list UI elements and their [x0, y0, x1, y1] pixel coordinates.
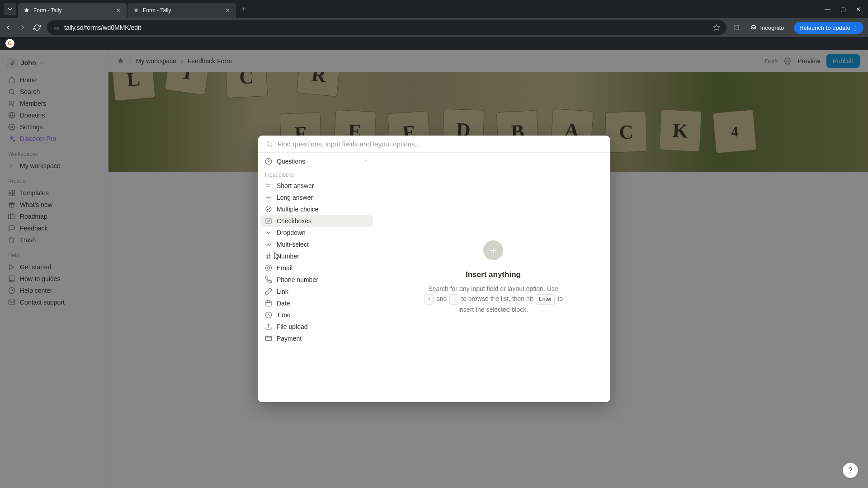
block-preview-pane: + Insert anything Search for any input f… — [376, 153, 610, 402]
credit-card-icon — [265, 335, 272, 342]
upload-icon — [265, 323, 272, 330]
key-down: ↓ — [449, 294, 458, 305]
preview-title: Insert anything — [466, 270, 521, 279]
svg-line-40 — [267, 253, 268, 259]
block-multiple-choice[interactable]: Multiple choice — [260, 203, 373, 215]
key-enter: Enter — [536, 294, 555, 305]
help-fab-button[interactable]: ? — [843, 463, 858, 478]
block-time[interactable]: Time — [260, 309, 373, 321]
svg-rect-49 — [265, 336, 271, 340]
address-bar[interactable]: tally.so/forms/wd0MMK/edit — [47, 20, 726, 35]
tab-title: Form - Tally — [33, 7, 112, 14]
phone-icon — [265, 276, 272, 283]
calendar-icon — [265, 300, 272, 307]
bookmarks-bar: G — [0, 37, 868, 50]
browser-tab-strip: Form - Tally ✕ Form - Tally ✕ + — ▢ ✕ — [0, 0, 868, 18]
tab-title: Form - Tally — [143, 7, 222, 14]
block-link[interactable]: Link — [260, 286, 373, 297]
block-search-input[interactable] — [278, 140, 602, 148]
plus-circle-icon: + — [483, 240, 503, 260]
svg-point-29 — [265, 158, 271, 164]
block-payment[interactable]: Payment — [260, 333, 373, 344]
site-settings-icon[interactable] — [53, 24, 60, 31]
block-long-answer[interactable]: Long answer — [260, 192, 373, 203]
svg-rect-43 — [266, 301, 271, 306]
svg-rect-37 — [266, 218, 271, 224]
close-icon[interactable]: ✕ — [116, 7, 121, 14]
block-phone[interactable]: Phone number — [260, 274, 373, 286]
hash-icon — [265, 253, 272, 260]
maximize-button[interactable]: ▢ — [840, 6, 846, 13]
preview-description: Search for any input field or layout opt… — [423, 284, 563, 315]
long-text-icon — [265, 194, 272, 201]
block-file-upload[interactable]: File upload — [260, 321, 373, 333]
block-multi-select[interactable]: Multi-select — [260, 239, 373, 250]
svg-line-41 — [269, 253, 269, 259]
svg-line-28 — [271, 145, 272, 146]
kebab-icon: ⋮ — [852, 24, 858, 31]
minimize-button[interactable]: — — [825, 6, 830, 13]
input-blocks-header: Input blocks — [260, 167, 373, 180]
svg-point-36 — [266, 206, 271, 212]
browser-tab[interactable]: Form - Tally ✕ — [18, 3, 127, 18]
incognito-indicator[interactable]: Incognito — [746, 22, 788, 33]
modal-search-row — [258, 136, 610, 152]
new-tab-button[interactable]: + — [237, 5, 251, 14]
svg-rect-0 — [54, 26, 59, 27]
block-date[interactable]: Date — [260, 297, 373, 309]
google-shortcut[interactable]: G — [5, 39, 14, 48]
key-up: ↑ — [425, 294, 434, 305]
chevron-down-icon — [265, 229, 272, 236]
link-icon — [265, 288, 272, 295]
checks-icon — [265, 241, 272, 248]
clock-icon — [265, 311, 272, 319]
chevron-right-icon — [363, 158, 368, 165]
insert-block-modal: Questions Input blocks Short answer Long… — [258, 136, 610, 402]
browser-tab[interactable]: Form - Tally ✕ — [127, 3, 236, 18]
window-controls: — ▢ ✕ — [825, 6, 864, 13]
block-checkboxes[interactable]: Checkboxes — [260, 215, 373, 227]
tab-search-button[interactable] — [4, 3, 16, 15]
relaunch-button[interactable]: Relaunch to update ⋮ — [794, 22, 863, 34]
svg-marker-2 — [714, 24, 720, 30]
tally-favicon — [24, 7, 30, 14]
back-button[interactable] — [5, 24, 12, 31]
browser-toolbar: tally.so/forms/wd0MMK/edit Incognito Rel… — [0, 18, 868, 37]
block-number[interactable]: Number — [260, 250, 373, 262]
search-icon — [266, 141, 273, 148]
questions-category[interactable]: Questions — [260, 155, 373, 167]
block-email[interactable]: Email — [260, 262, 373, 274]
help-circle-icon — [265, 158, 272, 165]
extensions-icon[interactable] — [733, 24, 740, 31]
block-dropdown[interactable]: Dropdown — [260, 227, 373, 239]
bookmark-star-icon[interactable] — [713, 24, 720, 31]
block-short-answer[interactable]: Short answer — [260, 180, 373, 192]
block-list[interactable]: Questions Input blocks Short answer Long… — [258, 153, 376, 402]
tally-favicon — [133, 7, 139, 14]
close-window-button[interactable]: ✕ — [856, 6, 861, 13]
forward-button[interactable] — [19, 24, 26, 31]
reload-button[interactable] — [33, 24, 41, 31]
url-text: tally.so/forms/wd0MMK/edit — [64, 24, 141, 31]
check-square-icon — [265, 217, 272, 225]
at-icon — [265, 264, 272, 272]
svg-point-42 — [267, 267, 269, 269]
svg-rect-1 — [54, 28, 59, 29]
check-circle-icon — [265, 206, 272, 213]
short-text-icon — [265, 182, 272, 189]
svg-rect-3 — [734, 25, 739, 30]
close-icon[interactable]: ✕ — [225, 7, 231, 14]
